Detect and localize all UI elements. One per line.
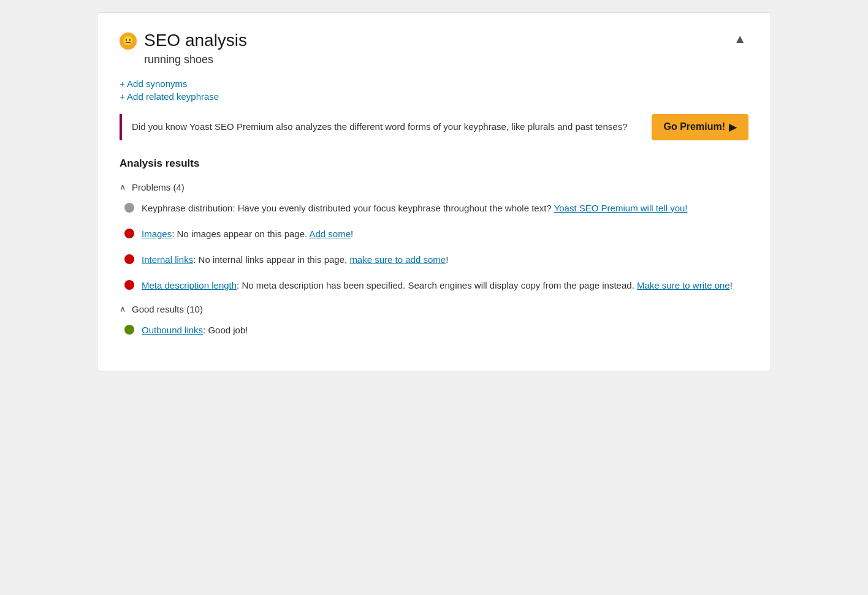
title-text-area: SEO analysis running shoes <box>144 30 247 66</box>
status-icon-face: 😐 <box>122 36 134 46</box>
dot-green-icon <box>124 325 134 335</box>
problem-text-3: Internal links: No internal links appear… <box>142 252 448 267</box>
add-synonyms-link[interactable]: + Add synonyms <box>120 78 748 89</box>
good-results-list: Outbound links: Good job! <box>120 323 748 338</box>
good-results-header[interactable]: ∧ Good results (10) <box>120 304 748 314</box>
outbound-links-link[interactable]: Outbound links <box>142 325 203 335</box>
premium-notice: Did you know Yoast SEO Premium also anal… <box>120 114 748 140</box>
go-premium-label: Go Premium! <box>664 121 725 132</box>
problem-item-1: Keyphrase distribution: Have you evenly … <box>120 201 748 216</box>
problems-title: Problems (4) <box>132 182 185 192</box>
problems-list: Keyphrase distribution: Have you evenly … <box>120 201 748 293</box>
problems-header[interactable]: ∧ Problems (4) <box>120 182 748 192</box>
internal-links-link[interactable]: Internal links <box>142 254 193 265</box>
add-related-keyphrase-link[interactable]: + Add related keyphrase <box>120 91 748 102</box>
good-results-section: ∧ Good results (10) Outbound links: Good… <box>120 304 748 338</box>
analysis-results: Analysis results ∧ Problems (4) Keyphras… <box>120 157 748 338</box>
panel-subtitle: running shoes <box>144 53 247 66</box>
problem-item-3: Internal links: No internal links appear… <box>120 252 748 267</box>
panel-header: 😐 SEO analysis running shoes ▲ <box>120 30 748 66</box>
problem-item-2: Images: No images appear on this page. A… <box>120 227 748 241</box>
collapse-button[interactable]: ▲ <box>731 30 748 47</box>
meta-description-link[interactable]: Meta description length <box>142 280 237 290</box>
good-results-chevron: ∧ <box>120 304 126 314</box>
make-sure-add-link[interactable]: make sure to add some <box>349 254 446 265</box>
go-premium-button[interactable]: Go Premium! ▶ <box>652 114 748 140</box>
links-area: + Add synonyms + Add related keyphrase <box>120 78 748 102</box>
panel-title-area: 😐 SEO analysis running shoes <box>120 30 247 66</box>
problems-section: ∧ Problems (4) Keyphrase distribution: H… <box>120 182 748 293</box>
good-result-text-1: Outbound links: Good job! <box>142 323 248 338</box>
problem-item-4: Meta description length: No meta descrip… <box>120 278 748 293</box>
problem-text-4: Meta description length: No meta descrip… <box>142 278 733 293</box>
status-icon: 😐 <box>120 32 137 50</box>
problem-text-1: Keyphrase distribution: Have you evenly … <box>142 201 687 216</box>
seo-analysis-panel: 😐 SEO analysis running shoes ▲ + Add syn… <box>97 12 771 371</box>
add-some-link[interactable]: Add some <box>310 229 351 239</box>
dot-red-icon-3 <box>124 280 134 290</box>
images-link[interactable]: Images <box>142 229 172 239</box>
analysis-results-heading: Analysis results <box>120 157 748 170</box>
problems-chevron: ∧ <box>120 182 126 192</box>
panel-title: SEO analysis <box>144 30 247 51</box>
problem-text-2: Images: No images appear on this page. A… <box>142 227 353 241</box>
premium-notice-text: Did you know Yoast SEO Premium also anal… <box>132 119 639 134</box>
go-premium-arrow: ▶ <box>729 121 736 133</box>
dot-gray-icon <box>124 203 134 213</box>
dot-red-icon-2 <box>124 254 134 264</box>
keyphrase-premium-link[interactable]: Yoast SEO Premium will tell you! <box>554 203 688 213</box>
dot-red-icon-1 <box>124 229 134 238</box>
write-one-link[interactable]: Make sure to write one <box>637 280 730 290</box>
good-results-title: Good results (10) <box>132 304 203 314</box>
good-result-item-1: Outbound links: Good job! <box>120 323 748 338</box>
